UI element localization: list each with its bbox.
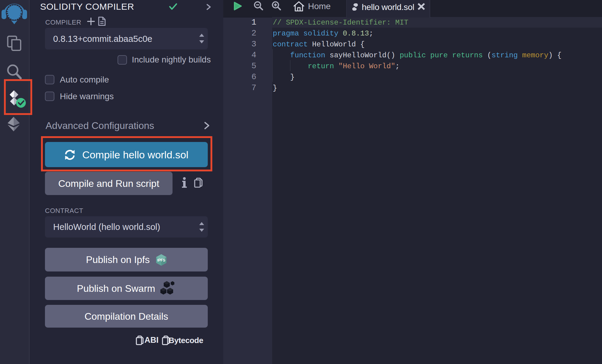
svg-text:IPFS: IPFS [157,258,166,262]
